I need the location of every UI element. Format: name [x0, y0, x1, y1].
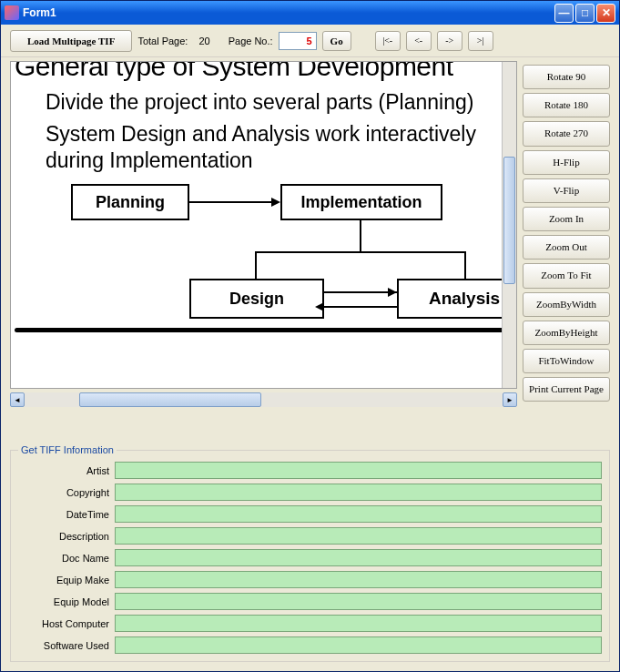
info-label: Equip Make — [18, 575, 115, 585]
nav-first-button[interactable]: |<- — [375, 31, 401, 51]
vertical-scrollbar[interactable] — [502, 62, 516, 388]
fit-to-window-button[interactable]: FitToWindow — [523, 349, 610, 373]
box-analysis: Analysis — [397, 279, 502, 319]
minimize-button[interactable]: — — [554, 4, 574, 23]
info-row-artist: Artist — [18, 462, 602, 479]
rotate-90-button[interactable]: Rotate 90 — [523, 65, 610, 89]
tiff-info-title: Get TIFF Information — [18, 444, 117, 455]
info-row-software: Software Used — [18, 636, 602, 654]
info-value-copyright — [115, 484, 602, 501]
info-row-equipmodel: Equip Model — [18, 593, 602, 610]
info-label: Copyright — [18, 487, 115, 498]
window-title: Form1 — [23, 6, 554, 19]
zoom-in-button[interactable]: Zoom In — [523, 207, 610, 231]
info-row-hostcomputer: Host Computer — [18, 615, 602, 632]
doc-title: General type of System Development — [15, 62, 498, 82]
page-no-input[interactable] — [279, 32, 317, 50]
zoom-by-width-button[interactable]: ZoomByWidth — [523, 292, 610, 317]
document-content: General type of System Development Divid… — [11, 62, 502, 344]
info-value-artist — [115, 462, 602, 479]
nav-prev-button[interactable]: <- — [406, 31, 432, 51]
rotate-270-button[interactable]: Rotate 270 — [523, 121, 610, 146]
h-flip-button[interactable]: H-Flip — [523, 150, 610, 175]
info-row-copyright: Copyright — [18, 484, 602, 501]
close-button[interactable]: ✕ — [596, 4, 615, 23]
app-window: Form1 — □ ✕ Load Multipage TIF Total Pag… — [0, 0, 620, 672]
nav-last-button[interactable]: >| — [468, 31, 493, 51]
load-tif-button[interactable]: Load Multipage TIF — [10, 30, 132, 52]
viewer-column: General type of System Development Divid… — [10, 61, 517, 441]
tiff-info-group: Get TIFF Information Artist Copyright Da… — [10, 450, 610, 662]
total-page-value: 20 — [198, 36, 209, 46]
flow-diagram: Planning Implementation Design Analysis — [46, 180, 498, 344]
titlebar: Form1 — □ ✕ — [1, 1, 619, 25]
zoom-to-fit-button[interactable]: Zoom To Fit — [523, 263, 610, 288]
main-area: General type of System Development Divid… — [1, 57, 619, 444]
toolbar: Load Multipage TIF Total Page: 20 Page N… — [1, 25, 619, 57]
box-implementation: Implementation — [280, 184, 442, 220]
total-page-label: Total Page: — [137, 36, 188, 46]
info-value-software — [115, 636, 602, 654]
info-label: Equip Model — [18, 596, 115, 607]
hscroll-left-button[interactable]: ◄ — [10, 392, 25, 407]
info-value-equipmodel — [115, 593, 602, 610]
app-icon — [5, 5, 19, 20]
info-row-docname: Doc Name — [18, 549, 602, 566]
vscroll-thumb[interactable] — [503, 157, 515, 284]
hscroll-thumb[interactable] — [79, 392, 261, 407]
image-viewer: General type of System Development Divid… — [10, 61, 517, 389]
info-value-docname — [115, 549, 602, 566]
side-panel: Rotate 90 Rotate 180 Rotate 270 H-Flip V… — [523, 61, 610, 441]
info-label: Description — [18, 531, 115, 542]
zoom-out-button[interactable]: Zoom Out — [523, 235, 610, 260]
page-no-label: Page No.: — [229, 36, 273, 46]
info-value-datetime — [115, 505, 602, 523]
hscroll-track[interactable] — [25, 392, 503, 407]
print-page-button[interactable]: Print Current Page — [523, 377, 610, 402]
info-value-hostcomputer — [115, 615, 602, 632]
info-label: Software Used — [18, 640, 115, 651]
info-value-description — [115, 527, 602, 545]
document-canvas[interactable]: General type of System Development Divid… — [11, 62, 502, 388]
info-value-equipmake — [115, 571, 602, 588]
doc-para-2: System Design and Analysis work interact… — [46, 121, 498, 174]
info-label: Doc Name — [18, 553, 115, 564]
box-planning: Planning — [71, 184, 189, 220]
nav-next-button[interactable]: -> — [437, 31, 462, 51]
hscroll-right-button[interactable]: ► — [503, 392, 517, 407]
go-button[interactable]: Go — [322, 31, 351, 51]
info-label: DateTime — [18, 509, 115, 520]
box-design: Design — [189, 279, 324, 319]
zoom-by-height-button[interactable]: ZoomByHeight — [523, 321, 610, 345]
info-label: Host Computer — [18, 618, 115, 629]
rotate-180-button[interactable]: Rotate 180 — [523, 93, 610, 117]
horizontal-scrollbar[interactable]: ◄ ► — [10, 392, 517, 407]
info-row-equipmake: Equip Make — [18, 571, 602, 588]
info-label: Artist — [18, 465, 115, 476]
info-row-datetime: DateTime — [18, 505, 602, 523]
v-flip-button[interactable]: V-Flip — [523, 178, 610, 203]
doc-para-1: Divide the project into several parts (P… — [46, 89, 498, 116]
info-row-description: Description — [18, 527, 602, 545]
maximize-button[interactable]: □ — [575, 4, 595, 23]
